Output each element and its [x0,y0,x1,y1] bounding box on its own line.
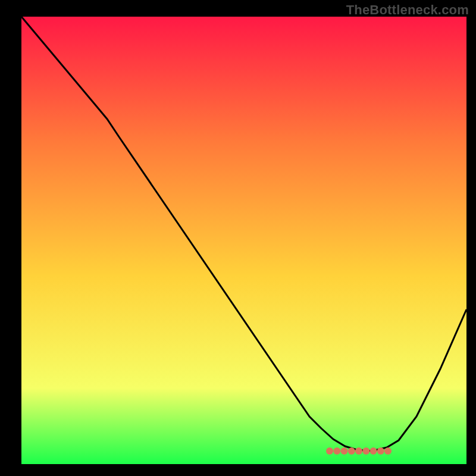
marker-dot [362,447,369,455]
plot-area [21,17,466,464]
marker-dot [348,447,355,455]
marker-dot [341,447,348,455]
marker-dot [326,447,333,455]
watermark-label: TheBottleneck.com [346,2,469,18]
bottleneck-chart [0,0,476,476]
marker-dot [384,447,392,455]
marker-dot [370,447,377,455]
chart-stage: TheBottleneck.com [0,0,476,476]
marker-dot [355,447,362,455]
marker-dot [333,447,340,455]
marker-cluster [326,447,392,455]
marker-dot [377,447,384,455]
